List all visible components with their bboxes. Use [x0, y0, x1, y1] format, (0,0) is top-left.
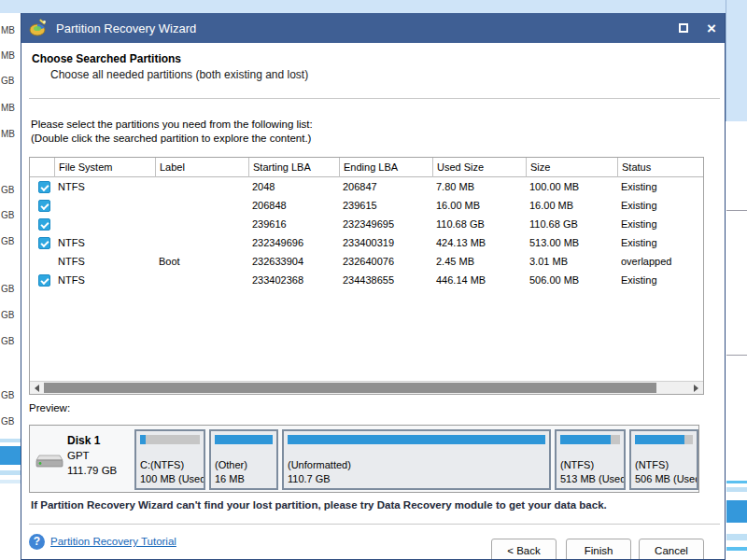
row-checkbox-checked[interactable] [38, 200, 50, 212]
background-text-fragment: GB [1, 76, 14, 86]
instruction-line-2: (Double click the searched partition to … [31, 133, 311, 144]
row-checkbox-checked[interactable] [38, 274, 50, 287]
usage-bar-fill [215, 435, 273, 444]
usage-bar [560, 435, 620, 444]
partition-name: (NTFS) [635, 459, 669, 470]
cell-status: Existing [617, 237, 703, 248]
background-window-right-strip [726, 121, 747, 560]
cell-used-size: 424.13 MB [432, 237, 526, 248]
instruction-line-1: Please select the partitions you need fr… [31, 119, 313, 130]
cell-starting-lba: 233402368 [248, 274, 339, 286]
background-disk-bar [726, 487, 747, 492]
partition-name: (Unformatted) [288, 459, 351, 470]
usage-bar-fill [635, 435, 684, 444]
cell-ending-lba: 232640076 [339, 256, 432, 267]
cell-file-system: NTFS [54, 274, 155, 286]
partition-block: (Other) 16 MB [209, 429, 278, 490]
cell-ending-lba: 233400319 [339, 237, 432, 248]
partition-recovery-wizard-dialog: Partition Recovery Wizard × Choose Searc… [21, 13, 726, 560]
preview-label: Preview: [29, 402, 70, 413]
row-checkbox-checked[interactable] [38, 181, 50, 193]
partition-block: C:(NTFS) 100 MB (Used [134, 429, 205, 490]
header-divider [29, 98, 720, 99]
background-disk-bar [0, 470, 21, 475]
disk-scheme: GPT [67, 450, 90, 461]
scroll-right-arrow[interactable] [689, 382, 703, 394]
disk-info: Disk 1 GPT 111.79 GB [34, 429, 133, 488]
cell-size: 16.00 MB [526, 200, 617, 211]
table-row[interactable]: NTFS Boot 232633904 232640076 2.45 MB 3.… [30, 252, 703, 271]
table-row[interactable]: 206848 239615 16.00 MB 16.00 MB Existing [30, 196, 703, 215]
titlebar[interactable]: Partition Recovery Wizard × [21, 13, 726, 43]
cell-ending-lba: 206847 [339, 181, 432, 192]
help-icon[interactable]: ? [29, 534, 45, 550]
background-divider [726, 355, 747, 356]
cell-size: 110.68 GB [526, 218, 617, 230]
cell-file-system: NTFS [54, 181, 155, 192]
background-text-fragment: GB [1, 236, 14, 246]
row-checkbox-checked[interactable] [38, 237, 50, 249]
right-triangle-icon [694, 385, 698, 392]
table-row[interactable]: NTFS 232349696 233400319 424.13 MB 513.0… [30, 233, 703, 252]
background-text-fragment: MB [1, 50, 15, 61]
background-disk-bar [0, 480, 21, 483]
cancel-button[interactable]: Cancel [639, 539, 704, 560]
cell-used-size: 446.14 MB [432, 274, 526, 286]
scrollbar-thumb[interactable] [44, 383, 656, 393]
column-header-label: Label [155, 158, 248, 177]
partition-table: File System Label Starting LBA Ending LB… [29, 157, 704, 395]
background-divider [726, 210, 747, 211]
footer-divider [29, 524, 720, 525]
finish-button[interactable]: Finish [566, 539, 631, 560]
cell-status: Existing [617, 200, 703, 211]
tutorial-link[interactable]: Partition Recovery Tutorial [50, 536, 176, 547]
scroll-left-arrow[interactable] [30, 382, 44, 394]
column-header-starting-lba: Starting LBA [248, 158, 339, 177]
table-header-row: File System Label Starting LBA Ending LB… [30, 158, 703, 177]
column-header-checkbox [30, 158, 54, 177]
cell-starting-lba: 2048 [248, 181, 339, 192]
usage-bar-fill [288, 435, 545, 444]
partition-size: 16 MB [215, 473, 245, 484]
background-window-left-strip: MBMBGBMBMBGBGBGBGBGBGBGBGB [0, 13, 21, 560]
close-button[interactable]: × [698, 13, 726, 43]
partition-size: 100 MB (Used [140, 473, 205, 484]
cell-used-size: 7.80 MB [432, 181, 526, 192]
table-row[interactable]: 239616 232349695 110.68 GB 110.68 GB Exi… [30, 215, 703, 233]
row-checkbox-checked[interactable] [38, 218, 50, 231]
cell-size: 513.00 MB [526, 237, 617, 248]
maximize-icon [679, 23, 688, 33]
partition-name: (NTFS) [560, 459, 594, 470]
background-disk-bar [0, 446, 21, 465]
cell-ending-lba: 232349695 [339, 218, 432, 230]
partition-size: 513 MB (Used [560, 473, 626, 484]
back-button[interactable]: < Back [491, 539, 557, 560]
table-row[interactable]: NTFS 2048 206847 7.80 MB 100.00 MB Exist… [30, 177, 703, 196]
disk-name: Disk 1 [67, 434, 100, 447]
hard-disk-icon [35, 452, 63, 470]
usage-bar [288, 435, 545, 444]
background-text-fragment: GB [1, 336, 14, 346]
partition-size: 506 MB (Used [635, 473, 698, 484]
cell-size: 100.00 MB [526, 181, 617, 192]
cell-status: Existing [617, 218, 703, 230]
background-disk-bar [726, 481, 747, 483]
column-header-file-system: File System [54, 158, 155, 177]
column-header-used-size: Used Size [432, 158, 526, 177]
close-icon: × [707, 21, 716, 36]
column-header-status: Status [617, 158, 703, 177]
background-text-fragment: MB [1, 25, 15, 35]
maximize-button[interactable] [669, 13, 698, 43]
scrollbar-track[interactable] [44, 382, 689, 394]
cell-used-size: 16.00 MB [432, 200, 526, 211]
cell-starting-lba: 232633904 [248, 256, 339, 267]
table-row[interactable]: NTFS 233402368 234438655 446.14 MB 506.0… [30, 271, 703, 289]
background-disk-bar [726, 500, 747, 523]
usage-bar [140, 435, 200, 444]
disk-preview: Disk 1 GPT 111.79 GB C:(NTFS) 100 MB (Us… [29, 425, 699, 493]
horizontal-scrollbar[interactable] [30, 381, 703, 394]
cell-file-system: NTFS [54, 237, 155, 248]
partition-name: (Other) [215, 459, 247, 470]
cell-ending-lba: 239615 [339, 200, 432, 211]
cell-starting-lba: 206848 [248, 200, 339, 211]
